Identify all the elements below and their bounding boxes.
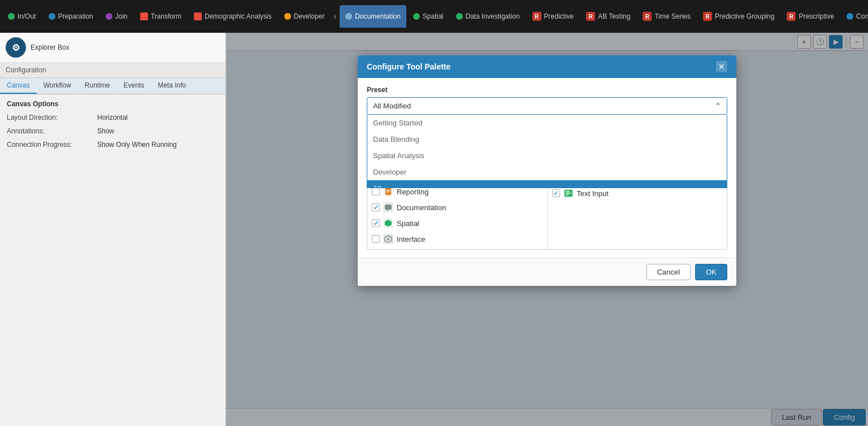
modal-body: Preset All Modified ⌃ Getting Started Da… [358, 78, 736, 258]
cancel-button[interactable]: Cancel [646, 264, 691, 280]
list-item-documentation[interactable]: ✓ Documentation [367, 199, 547, 215]
dropdown-item-spatial-analysis[interactable]: Spatial Analysis [367, 147, 727, 164]
preset-dropdown-value: All Modified [373, 102, 411, 110]
modal-footer: Cancel OK [358, 258, 736, 286]
layout-direction-value: Horizontal [97, 114, 128, 121]
tab-icon-demographic [194, 12, 202, 20]
tab-dot-documentation [345, 13, 352, 20]
tab-bar: In/Out Preparation Join Transform Demogr… [0, 0, 868, 33]
tab-join[interactable]: Join [100, 5, 133, 28]
tab-r-badge-time: R [643, 12, 652, 21]
tab-dot-in-out [8, 13, 15, 20]
tab-predictive-grouping[interactable]: R Predictive Grouping [697, 5, 780, 28]
list-item-spatial[interactable]: ✓ Spatial [367, 215, 547, 231]
connection-progress-value: Show Only When Running [97, 141, 177, 149]
tab-preparation[interactable]: Preparation [43, 5, 99, 28]
spatial-checkbox[interactable]: ✓ [372, 219, 380, 227]
explorer-title: Explorer Box [31, 44, 70, 51]
dropdown-item-developer[interactable]: Developer [367, 164, 727, 180]
annotations-value: Show [97, 127, 114, 135]
preset-dropdown[interactable]: All Modified ⌃ [367, 97, 727, 115]
sub-tab-workflow[interactable]: Workflow [37, 78, 78, 94]
tab-r-badge-ab: R [586, 12, 595, 21]
tab-dot-preparation [49, 13, 55, 20]
svg-rect-26 [566, 194, 568, 195]
connection-progress-row: Connection Progress: Show Only When Runn… [7, 141, 219, 149]
documentation-label: Documentation [397, 203, 446, 212]
text-input-label: Text Input [577, 189, 609, 198]
spatial-icon [383, 218, 393, 228]
documentation-icon [383, 202, 393, 212]
tab-dot-connecto [847, 13, 853, 20]
tab-developer[interactable]: Developer [279, 5, 331, 28]
layout-direction-label: Layout Direction: [7, 114, 92, 121]
tab-r-badge-pg: R [703, 12, 712, 21]
svg-marker-10 [387, 210, 389, 211]
interface-icon [383, 234, 393, 244]
dropdown-item-data-blending[interactable]: Data Blending [367, 131, 727, 147]
main-area: ⚙ Explorer Box Configuration Canvas Work… [0, 33, 868, 426]
reporting-checkbox[interactable] [372, 188, 380, 195]
tab-spatial[interactable]: Spatial [407, 5, 449, 28]
sub-tab-canvas[interactable]: Canvas [0, 78, 37, 94]
tab-r-badge-prescriptive: R [787, 12, 796, 21]
svg-rect-8 [387, 192, 389, 193]
configure-tool-palette-modal: Configure Tool Palette ✕ Preset All Modi… [358, 55, 736, 286]
tab-in-out[interactable]: In/Out [2, 5, 42, 28]
preset-label: Preset [367, 86, 727, 94]
dropdown-item-getting-started[interactable]: Getting Started [367, 115, 727, 131]
annotations-row: Annotations: Show [7, 127, 219, 135]
ok-button[interactable]: OK [695, 264, 727, 280]
interface-checkbox[interactable] [372, 235, 380, 243]
canvas-options-title: Canvas Options [7, 100, 219, 108]
annotations-label: Annotations: [7, 127, 92, 135]
modal-close-button[interactable]: ✕ [716, 61, 727, 72]
tab-ab-testing[interactable]: R AB Testing [580, 5, 636, 28]
tab-time-series[interactable]: R Time Series [637, 5, 696, 28]
tab-demographic[interactable]: Demographic Analysis [188, 5, 277, 28]
tab-predictive[interactable]: R Predictive [527, 5, 580, 28]
modal-header: Configure Tool Palette ✕ [358, 55, 736, 78]
svg-rect-24 [566, 191, 570, 192]
tab-dot-join [106, 13, 112, 20]
dropdown-item-all[interactable]: All [367, 180, 727, 188]
text-input-checkbox[interactable]: ✓ [552, 189, 560, 197]
preset-dropdown-menu: Getting Started Data Blending Spatial An… [367, 115, 727, 188]
sub-tab-events[interactable]: Events [117, 78, 151, 94]
right-area: » 🕐 ▶ − is here Last Run Config Configur… [226, 33, 868, 426]
sub-tab-runtime[interactable]: Runtime [78, 78, 117, 94]
text-input-icon [563, 188, 574, 198]
tab-scroll-left[interactable]: ‹ [331, 8, 338, 24]
preset-dropdown-container: All Modified ⌃ Getting Started Data Blen… [367, 97, 727, 115]
layout-direction-row: Layout Direction: Horizontal [7, 114, 219, 121]
config-section-header: Configuration [0, 63, 225, 78]
tab-transform[interactable]: Transform [134, 5, 187, 28]
config-section: Canvas Options Layout Direction: Horizon… [0, 94, 225, 160]
sub-tab-meta-info[interactable]: Meta Info [151, 78, 193, 94]
svg-rect-9 [385, 205, 392, 210]
explorer-header: ⚙ Explorer Box [0, 33, 225, 63]
tab-documentation[interactable]: Documentation [340, 5, 406, 28]
svg-point-13 [387, 238, 389, 240]
tab-icon-transform [140, 12, 148, 20]
tab-data-investigation[interactable]: Data Investigation [450, 5, 526, 28]
tab-r-badge-predictive: R [532, 12, 541, 21]
tab-prescriptive[interactable]: R Prescriptive [781, 5, 840, 28]
interface-label: Interface [397, 235, 426, 244]
modal-title: Configure Tool Palette [367, 62, 450, 71]
svg-rect-25 [566, 193, 571, 194]
tab-connecto[interactable]: Connecto... [841, 5, 868, 28]
sub-tabs: Canvas Workflow Runtime Events Meta Info [0, 78, 225, 94]
reporting-label: Reporting [397, 188, 428, 196]
left-panel: ⚙ Explorer Box Configuration Canvas Work… [0, 33, 226, 426]
svg-marker-11 [385, 220, 392, 227]
connection-progress-label: Connection Progress: [7, 141, 92, 149]
svg-rect-6 [387, 190, 390, 190]
tab-dot-developer [284, 13, 291, 20]
documentation-checkbox[interactable]: ✓ [372, 203, 380, 211]
tab-dot-data-investigation [456, 13, 463, 20]
chevron-up-icon: ⌃ [715, 102, 721, 110]
spatial-label: Spatial [397, 219, 419, 228]
list-item-interface[interactable]: Interface [367, 231, 547, 247]
explorer-logo: ⚙ [6, 37, 26, 58]
